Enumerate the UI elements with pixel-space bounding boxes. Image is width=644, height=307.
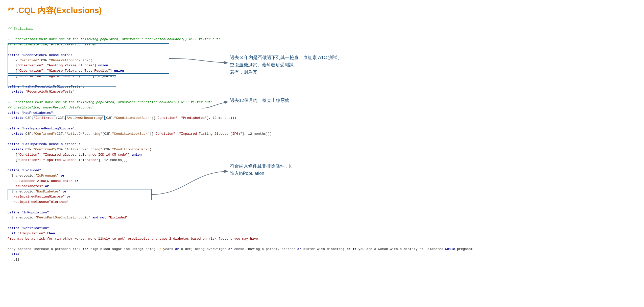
page-title: ** .CQL 內容(Exclusions) <box>8 5 636 16</box>
comment-cond1: // Conditions must have one of the follo… <box>8 100 212 104</box>
annotation-1: 過去 3 年內是否做過下列其一檢查，血紅素 A1C 測試、 空腹血糖測試、葡萄糖… <box>230 54 342 76</box>
comment-obs2: // effectiveDateTime, effectivePeriod, i… <box>8 43 96 46</box>
comment-cond2: // onsetDateTime, onsetPeriod, dateRecor… <box>8 106 92 109</box>
comment-obs1: // Observations must have one of the fol… <box>8 37 221 41</box>
annotation-3: 符合納入條件且非排除條件，則 進入InPopulation <box>230 162 294 177</box>
annotation-2: 過去12個月內，檢查出糖尿病 <box>230 97 290 104</box>
comment-exclusions: // Exclusions <box>8 27 33 31</box>
